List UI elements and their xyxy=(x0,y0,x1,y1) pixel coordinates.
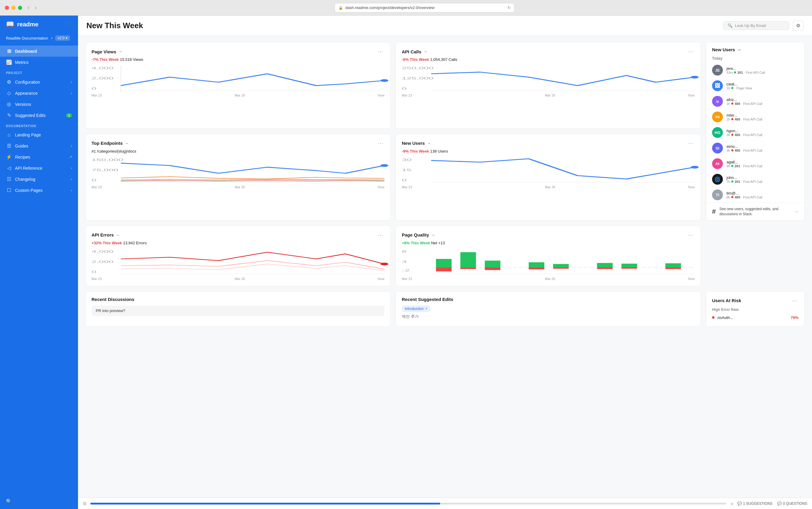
card-menu-icon[interactable]: ⋯ xyxy=(687,231,695,239)
slack-banner[interactable]: # See new users, suggested edits, and di… xyxy=(706,203,805,220)
chevron-right-icon: › xyxy=(71,80,72,84)
sidebar-item-metrics[interactable]: 📈 Metrics xyxy=(0,57,78,68)
dashboard: Page Views → ⋯ -7% This Week 15,518 View… xyxy=(78,36,812,498)
api-errors-x-labels: Mar 23 Mar 26 Now xyxy=(92,277,384,280)
svg-point-15 xyxy=(380,164,388,167)
page-quality-x-labels: Mar 23 Mar 26 Now xyxy=(402,277,695,280)
sidebar-item-api-reference[interactable]: ◁ API Reference › xyxy=(0,163,78,174)
edit-tag[interactable]: Introduction ↗ xyxy=(402,305,430,312)
risk-subtitle: High Error Rate xyxy=(712,308,799,312)
user-item[interactable]: ip afriz... 1h 400 · First API Call xyxy=(706,94,805,109)
sidebar-item-versions[interactable]: ◎ Versions xyxy=(0,99,78,110)
suggested-edits-title[interactable]: Recent Suggested Edits xyxy=(402,297,454,302)
top-endpoints-title[interactable]: Top Endpoints → xyxy=(92,141,129,146)
svg-text:0: 0 xyxy=(402,87,407,91)
metrics-top-row: Page Views → ⋯ -7% This Week 15,518 View… xyxy=(85,42,805,220)
new-users-panel-title[interactable]: New Users → xyxy=(712,47,742,52)
api-calls-title[interactable]: API Calls → xyxy=(402,49,427,54)
svg-rect-42 xyxy=(621,264,637,267)
user-icon[interactable]: 👤 xyxy=(65,21,72,28)
page-title: New This Week xyxy=(86,21,143,30)
sidebar-item-custom-pages[interactable]: ☐ Custom Pages › xyxy=(0,185,78,196)
svg-text:4,000: 4,000 xyxy=(92,250,114,253)
close-button[interactable] xyxy=(5,6,9,10)
card-menu-icon[interactable]: ⋯ xyxy=(377,48,384,56)
card-menu-icon[interactable]: ⋯ xyxy=(377,231,384,239)
sidebar-item-label: Versions xyxy=(15,102,72,107)
minimize-button[interactable] xyxy=(11,6,15,10)
sidebar-item-configuration[interactable]: ⚙ Configuration › xyxy=(0,76,78,88)
user-item[interactable]: JE jere... 53m 201 · First API Call xyxy=(706,62,805,78)
traffic-lights xyxy=(5,6,22,10)
user-item[interactable]: TI tim@... 8h 400 · First API Call xyxy=(706,187,805,203)
suggestions-button[interactable]: 💬 1 SUGGESTIONS xyxy=(737,502,772,506)
logo-text: readme xyxy=(17,21,38,28)
discussions-title[interactable]: Recent Discussions xyxy=(92,297,134,302)
suggested-edit-item[interactable]: Introduction ↗ 제안 추가 xyxy=(402,305,695,319)
avatar: JE xyxy=(712,65,723,75)
svg-text:-2: -2 xyxy=(402,269,410,272)
page-quality-title[interactable]: Page Quality → xyxy=(402,232,435,237)
page-views-title[interactable]: Page Views → xyxy=(92,49,122,54)
sidebar-item-appearance[interactable]: ◇ Appearance › xyxy=(0,88,78,99)
sidebar-search[interactable]: 🔍 xyxy=(0,494,78,509)
user-info: agall... 6h 201 · First API Call xyxy=(726,160,799,168)
bottom-row: Recent Discussions PR into preview? Rece… xyxy=(85,291,805,327)
forward-button[interactable]: › xyxy=(33,4,38,11)
user-item[interactable]: 🌀 john... 7h 201 · First API Call xyxy=(706,171,805,187)
back-button[interactable]: ‹ xyxy=(26,4,31,11)
suggestions-label: 1 SUGGESTIONS xyxy=(743,502,772,506)
email-search[interactable]: 🔍 Look Up By Email xyxy=(723,21,789,30)
user-item[interactable]: SS mter... 2h 400 · First API Call xyxy=(706,109,805,125)
risk-user-item[interactable]: noAuth... 79% xyxy=(712,314,799,321)
address-bar[interactable]: 🔒 dash.readme.com/project/developers/v2.… xyxy=(335,3,514,12)
sidebar-item-changelog[interactable]: ☷ Changelog › xyxy=(0,174,78,185)
sidebar-item-label: Dashboard xyxy=(15,49,72,54)
stat-subtitle: #1 /categories/{slug}/docs xyxy=(92,149,136,154)
arrow-icon: → xyxy=(737,47,742,52)
browser-chrome: ‹ › 🔒 dash.readme.com/project/developers… xyxy=(0,0,812,15)
top-bar: New This Week 🔍 Look Up By Email ⚙ xyxy=(78,15,812,36)
svg-text:0: 0 xyxy=(92,270,96,274)
discussion-item[interactable]: PR into preview? xyxy=(92,305,384,316)
new-users-chart-title[interactable]: New Users → xyxy=(402,141,431,146)
api-errors-title[interactable]: API Errors → xyxy=(92,232,120,237)
arrow-icon: → xyxy=(116,233,120,237)
svg-rect-34 xyxy=(485,261,501,267)
user-info: tim@... 8h 400 · First API Call xyxy=(726,191,799,199)
card-menu-icon[interactable]: ⋯ xyxy=(687,139,695,147)
user-item[interactable]: HG hgon... 3h 400 · First API Call xyxy=(706,125,805,140)
arrow-icon: → xyxy=(423,49,427,54)
version-badge[interactable]: v2.0 ▾ xyxy=(55,35,70,41)
svg-text:150,000: 150,000 xyxy=(92,158,123,162)
chevron-right-icon: › xyxy=(71,91,72,95)
search-icon[interactable]: 🔍 xyxy=(6,499,12,504)
today-label: Today xyxy=(706,55,805,62)
new-users-x-labels: Mar 23 Mar 26 Now xyxy=(402,185,695,189)
svg-text:2,000: 2,000 xyxy=(92,260,114,264)
sidebar-item-guides[interactable]: ☰ Guides › xyxy=(0,140,78,151)
sidebar-item-suggested-edits[interactable]: ✎ Suggested Edits 1 xyxy=(0,110,78,121)
user-meta: 53m 201 · First API Call xyxy=(726,71,799,74)
project-selector[interactable]: ReadMe Documentation ↗ v2.0 ▾ xyxy=(0,33,78,45)
new-users-stat: -9% This Week 138 Users xyxy=(402,149,695,154)
search-placeholder: Look Up By Email xyxy=(735,23,766,28)
avatar: 🌀 xyxy=(712,174,723,185)
card-menu-icon[interactable]: ⋯ xyxy=(687,48,695,56)
new-users-chart-card: New Users → ⋯ -9% This Week 138 Users 30 xyxy=(396,134,701,220)
settings-button[interactable]: ⚙ xyxy=(793,21,804,31)
sidebar-item-recipes[interactable]: ⚡ Recipes ↗ xyxy=(0,151,78,163)
user-item[interactable]: Ali agall... 6h 201 · First API Call xyxy=(706,156,805,171)
card-menu-icon[interactable]: ⋯ xyxy=(377,139,384,147)
maximize-button[interactable] xyxy=(18,6,22,10)
sidebar-item-landing-page[interactable]: ⌂ Landing Page xyxy=(0,130,78,140)
user-item[interactable]: 🖼 cwal... 1h · Page View xyxy=(706,78,805,94)
questions-button[interactable]: 💬 0 QUESTIONS xyxy=(777,502,807,506)
user-item[interactable]: SI simo... 3h 400 · First API Call xyxy=(706,140,805,156)
reload-icon[interactable]: ↻ xyxy=(507,5,511,10)
user-name: jere... xyxy=(726,66,799,71)
svg-rect-32 xyxy=(460,252,476,267)
sidebar-item-dashboard[interactable]: ⊞ Dashboard xyxy=(0,45,78,57)
avatar: HG xyxy=(712,127,723,138)
card-menu-icon[interactable]: ⋯ xyxy=(791,297,799,305)
